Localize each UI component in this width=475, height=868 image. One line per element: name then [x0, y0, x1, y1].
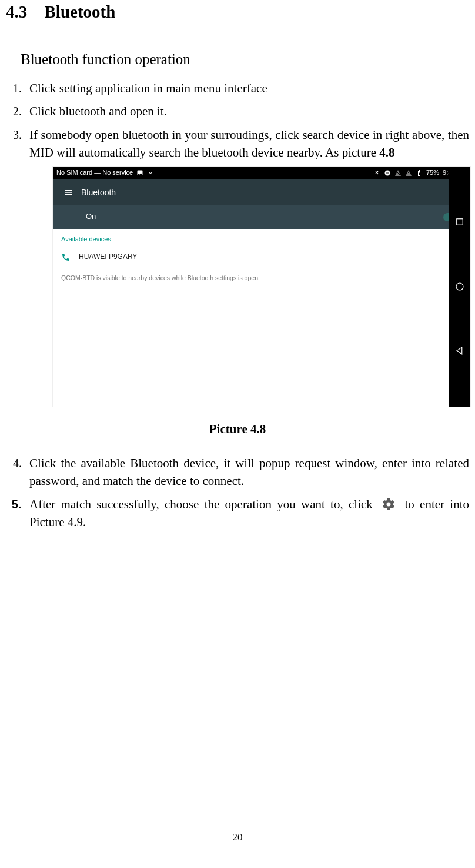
status-bar: No SIM card — No service — [53, 167, 470, 179]
battery-icon — [416, 169, 423, 177]
step-2-text: Click bluetooth and open it. — [29, 104, 167, 118]
step-2: Click bluetooth and open it. — [25, 102, 469, 120]
step-4-text: Click the available Bluetooth device, it… — [29, 456, 469, 488]
svg-point-6 — [456, 283, 463, 290]
section-title: Bluetooth — [45, 2, 116, 22]
bluetooth-toggle-row[interactable]: On — [53, 205, 470, 229]
back-button[interactable] — [454, 345, 465, 356]
square-icon — [454, 217, 465, 227]
status-left: No SIM card — No service — [56, 168, 154, 178]
device-frame: No SIM card — No service — [53, 167, 470, 407]
steps-list-cont: Click the available Bluetooth device, it… — [6, 454, 469, 531]
hamburger-icon — [63, 188, 73, 197]
bluetooth-icon — [373, 169, 380, 177]
step-4: Click the available Bluetooth device, it… — [25, 454, 469, 490]
home-button[interactable] — [454, 281, 465, 292]
section-heading: 4.3 Bluetooth — [6, 2, 469, 22]
step-1-text: Click setting application in main menu i… — [29, 81, 267, 95]
svg-rect-5 — [457, 219, 463, 225]
visibility-note: QCOM-BTD is visible to nearby devices wh… — [53, 268, 449, 282]
triangle-back-icon — [454, 345, 465, 356]
content-area: Available devices HUAWEI P9GARY QCOM-BTD… — [53, 229, 449, 407]
steps-list: Click setting application in main menu i… — [6, 79, 469, 407]
gear-icon — [380, 497, 397, 511]
phone-icon — [61, 252, 79, 262]
svg-rect-1 — [386, 172, 389, 173]
toggle-label: On — [86, 211, 96, 222]
step-1: Click setting application in main menu i… — [25, 79, 469, 97]
device-name: HUAWEI P9GARY — [79, 252, 137, 262]
no-signal-1-icon — [394, 169, 402, 177]
step-5-text-a: After match successfully, choose the ope… — [29, 497, 378, 511]
section-number: 4.3 — [6, 2, 27, 22]
battery-percent: 75% — [426, 168, 439, 178]
recent-apps-button[interactable] — [454, 217, 465, 227]
image-icon — [136, 169, 143, 177]
available-devices-label: Available devices — [53, 229, 449, 247]
status-sim-text: No SIM card — No service — [56, 168, 133, 178]
download-icon — [147, 169, 154, 177]
subheading: Bluetooth function operation — [21, 51, 469, 68]
hamburger-menu-button[interactable] — [58, 182, 79, 203]
circle-icon — [454, 281, 465, 292]
no-signal-2-icon — [405, 169, 412, 177]
page-number: 20 — [0, 832, 475, 843]
system-nav-bar — [449, 167, 470, 407]
app-bar: Bluetooth — [53, 179, 470, 205]
step-3-text-a: If somebody open bluetooth in your surro… — [29, 128, 469, 159]
dnd-icon — [384, 169, 391, 177]
figure-caption: Picture 4.8 — [6, 422, 469, 437]
app-bar-title: Bluetooth — [81, 187, 116, 198]
figure-screenshot: No SIM card — No service — [53, 167, 470, 407]
step-3: If somebody open bluetooth in your surro… — [25, 126, 469, 407]
step-5: After match successfully, choose the ope… — [25, 495, 469, 531]
step-3-ref: 4.8 — [379, 145, 394, 159]
device-row[interactable]: HUAWEI P9GARY — [53, 247, 449, 268]
